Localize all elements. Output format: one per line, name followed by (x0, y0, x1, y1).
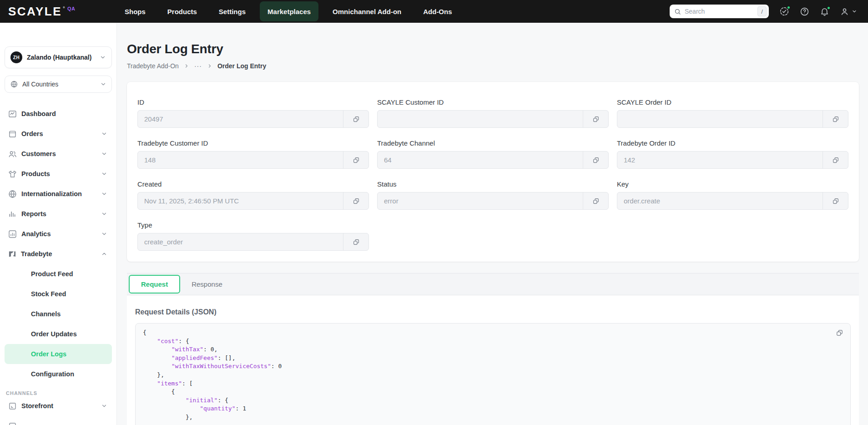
sidebar-item-label: Dashboard (21, 110, 56, 117)
nav-settings[interactable]: Settings (211, 1, 253, 21)
channels-section-label: CHANNELS (6, 390, 112, 396)
field-input[interactable]: create_order (137, 233, 369, 251)
main-content: Order Log Entry Tradebyte Add-On ··· Ord… (117, 23, 868, 425)
search-placeholder: Search (685, 8, 754, 15)
breadcrumb-root[interactable]: Tradebyte Add-On (127, 62, 179, 70)
breadcrumb-ellipsis[interactable]: ··· (194, 62, 202, 70)
field-label: ID (137, 98, 369, 106)
sidebar-subitem-order-updates[interactable]: Order Updates (5, 324, 112, 344)
field-input[interactable]: 20497 (137, 110, 369, 128)
sidebar-subitem-configuration[interactable]: Configuration (5, 364, 112, 384)
search-shortcut-key: / (757, 6, 767, 16)
sidebar-item-products[interactable]: Products (5, 164, 112, 184)
sidebar-subitem-order-logs[interactable]: Order Logs (5, 344, 112, 364)
orders-box-icon (8, 129, 17, 139)
nav-add-ons[interactable]: Add-Ons (415, 1, 459, 21)
field-input[interactable]: 64 (377, 151, 609, 169)
field-value: 64 (378, 152, 583, 168)
chevron-down-icon (101, 191, 107, 197)
help-icon[interactable] (800, 7, 809, 16)
field-input[interactable]: 142 (617, 151, 848, 169)
field-input[interactable] (617, 110, 848, 128)
topbar-right: Search / (670, 5, 868, 18)
request-json-block: { "cost": { "withTax": 0, "appliedFees":… (135, 323, 851, 425)
shop-selector[interactable]: ZH Zalando (Hauptkanal) (5, 46, 112, 68)
copy-icon[interactable] (343, 111, 368, 127)
sidebar-item-storefront[interactable]: Storefront (5, 396, 112, 416)
logo[interactable]: SCAYLE ° QA (0, 5, 117, 19)
sidebar-item-label: Analytics (21, 230, 50, 238)
field-input[interactable]: Nov 11, 2025, 2:46:50 PM UTC (137, 192, 369, 210)
sidebar-item-reports[interactable]: Reports (5, 204, 112, 224)
copy-icon[interactable] (836, 329, 843, 339)
tab-response[interactable]: Response (180, 280, 234, 288)
page-title: Order Log Entry (127, 41, 859, 57)
dashboard-icon (8, 109, 17, 119)
status-green-dot (787, 5, 791, 10)
copy-icon[interactable] (823, 152, 848, 168)
field-input[interactable] (377, 110, 609, 128)
copy-icon[interactable] (823, 111, 848, 127)
search-input[interactable]: Search / (670, 5, 769, 18)
field: ID20497 (137, 98, 369, 128)
sidebar-item-internationalization[interactable]: Internationalization (5, 184, 112, 204)
user-menu[interactable] (840, 7, 857, 16)
field-input[interactable]: error (377, 192, 609, 210)
storefront-icon (8, 401, 17, 411)
nav-omnichannel-add-on[interactable]: Omnichannel Add-on (325, 1, 409, 21)
country-selector[interactable]: All Countries (5, 76, 112, 93)
sidebar-item-label: Internationalization (21, 190, 82, 197)
sidebar-item-label: Products (21, 170, 50, 177)
field-label: Tradebyte Order ID (617, 139, 848, 147)
analytics-chart-icon (8, 229, 17, 239)
sidebar-item-analytics[interactable]: Analytics (5, 224, 112, 244)
sidebar-item-customers[interactable]: Customers (5, 144, 112, 164)
sidebar-subitem-product-feed[interactable]: Product Feed (5, 264, 112, 284)
sidebar-item-partially-visible[interactable] (5, 416, 112, 425)
copy-icon[interactable] (343, 192, 368, 209)
chevron-right-icon (207, 63, 212, 69)
chevron-up-icon (101, 251, 107, 257)
copy-icon[interactable] (343, 152, 368, 168)
sidebar-item-orders[interactable]: Orders (5, 124, 112, 144)
top-navigation: Shops Products Settings Marketplaces Omn… (117, 0, 460, 23)
sidebar-subitem-channels[interactable]: Channels (5, 304, 112, 324)
env-badge: QA (67, 6, 76, 11)
tab-request[interactable]: Request (129, 275, 180, 293)
field-label: Tradebyte Channel (377, 139, 609, 147)
copy-icon[interactable] (583, 192, 608, 209)
copy-icon[interactable] (583, 152, 608, 168)
chevron-down-icon (101, 171, 107, 177)
sidebar: ZH Zalando (Hauptkanal) All Countries Da… (0, 23, 117, 425)
nav-shops[interactable]: Shops (117, 1, 153, 21)
field: Tradebyte Customer ID148 (137, 139, 369, 169)
field-value: order.create (617, 192, 823, 209)
copy-icon[interactable] (583, 111, 608, 127)
globe-icon (8, 189, 17, 199)
breadcrumb-current: Order Log Entry (217, 62, 266, 70)
sidebar-item-dashboard[interactable]: Dashboard (5, 104, 112, 124)
globe-icon (10, 80, 18, 88)
sidebar-item-label: Orders (21, 130, 43, 137)
field-input[interactable]: 148 (137, 151, 369, 169)
chevron-down-icon (101, 131, 107, 137)
user-icon (840, 7, 849, 16)
system-status-icon[interactable] (779, 6, 789, 16)
request-tab-panel: Request Details (JSON) { "cost": { "with… (127, 295, 859, 425)
copy-icon[interactable] (823, 192, 848, 209)
tradebyte-logo-icon (8, 249, 17, 258)
nav-marketplaces[interactable]: Marketplaces (260, 1, 318, 21)
sidebar-subitem-stock-feed[interactable]: Stock Feed (5, 284, 112, 304)
nav-products[interactable]: Products (160, 1, 205, 21)
sidebar-item-tradebyte[interactable]: Tradebyte (5, 244, 112, 264)
sidebar-item-label: Customers (21, 150, 56, 157)
notifications-bell-icon[interactable] (820, 7, 829, 16)
field-input[interactable]: order.create (617, 192, 848, 210)
copy-icon[interactable] (343, 233, 368, 250)
request-json-code: { "cost": { "withTax": 0, "appliedFees":… (143, 329, 843, 422)
field: Statuserror (377, 180, 609, 210)
field-value: 20497 (138, 111, 343, 127)
search-icon (674, 8, 681, 15)
field: SCAYLE Customer ID (377, 98, 609, 128)
top-bar: SCAYLE ° QA Shops Products Settings Mark… (0, 0, 868, 23)
